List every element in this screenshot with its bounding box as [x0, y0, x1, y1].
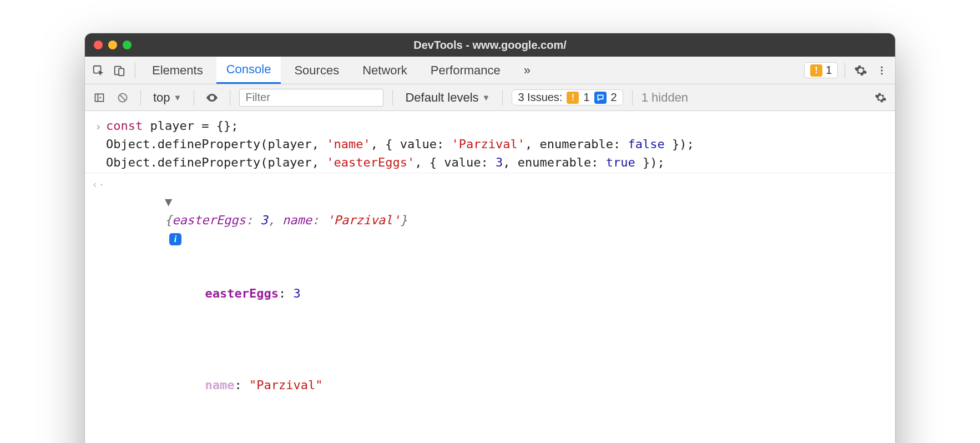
log-levels-label: Default levels [405, 90, 478, 105]
svg-point-5 [881, 73, 882, 74]
warnings-badge[interactable]: ! 1 [804, 62, 838, 78]
console-output: › const player = {}; Object.defineProper… [85, 111, 895, 443]
execution-context-selector[interactable]: top ▼ [150, 90, 185, 105]
divider [135, 63, 135, 78]
settings-gear-icon[interactable] [852, 62, 870, 79]
titlebar: DevTools - www.google.com/ [85, 33, 895, 57]
divider [632, 90, 633, 105]
svg-rect-6 [95, 94, 104, 101]
warnings-count: 1 [826, 64, 832, 77]
tabs-overflow-button[interactable]: » [514, 57, 540, 84]
tab-performance[interactable]: Performance [421, 57, 511, 84]
warning-icon: ! [567, 92, 579, 104]
live-expression-eye-icon[interactable] [203, 89, 221, 107]
divider [845, 63, 845, 78]
close-window-button[interactable] [94, 41, 103, 49]
input-prompt-icon: › [90, 117, 106, 172]
hidden-messages-label[interactable]: 1 hidden [641, 90, 688, 105]
console-toolbar: top ▼ Default levels ▼ 3 Issues: ! 1 2 1… [85, 84, 895, 111]
result-indicator-icon: ‹· [90, 174, 106, 443]
minimize-window-button[interactable] [108, 41, 117, 49]
object-info-icon[interactable]: i [169, 233, 181, 245]
expand-toggle-icon[interactable]: ▼ [165, 193, 176, 211]
more-menu-icon[interactable] [873, 62, 891, 79]
maximize-window-button[interactable] [123, 41, 132, 49]
divider [502, 90, 503, 105]
issues-label: 3 Issues: [518, 91, 562, 104]
object-property: name: "Parzival" [106, 358, 887, 412]
window-title: DevTools - www.google.com/ [85, 39, 895, 52]
tab-network[interactable]: Network [352, 57, 417, 84]
divider [230, 90, 230, 105]
console-input-row: › const player = {}; Object.defineProper… [85, 115, 895, 173]
property-value: 3 [293, 286, 300, 300]
issues-warning-count: 1 [583, 91, 589, 104]
console-settings-gear-icon[interactable] [872, 89, 890, 107]
issues-info-count: 2 [611, 91, 617, 104]
toggle-sidebar-icon[interactable] [90, 89, 108, 107]
tab-elements[interactable]: Elements [142, 57, 213, 84]
object-property: easterEggs: 3 [106, 266, 887, 321]
device-toolbar-icon[interactable] [110, 62, 128, 79]
svg-rect-2 [119, 68, 124, 75]
inspect-element-icon[interactable] [89, 62, 107, 79]
object-summary: {easterEggs: 3, name: 'Parzival'} [165, 213, 407, 227]
clear-console-icon[interactable] [114, 89, 132, 107]
warning-icon: ! [810, 64, 822, 77]
issues-button[interactable]: 3 Issues: ! 1 2 [512, 89, 623, 105]
property-key: easterEggs [205, 286, 278, 300]
property-value: "Parzival" [249, 378, 322, 392]
filter-input[interactable] [239, 89, 383, 107]
console-input-code[interactable]: const player = {}; Object.defineProperty… [106, 117, 887, 172]
devtools-window: DevTools - www.google.com/ Elements Cons… [85, 33, 895, 443]
main-tabbar: Elements Console Sources Network Perform… [85, 57, 895, 84]
execution-context-label: top [153, 90, 170, 105]
console-result[interactable]: ▼ {easterEggs: 3, name: 'Parzival'} i ea… [106, 174, 887, 443]
chevron-down-icon: ▼ [482, 93, 491, 102]
svg-point-3 [881, 66, 882, 68]
divider [194, 90, 194, 105]
traffic-lights [85, 41, 132, 49]
chevron-down-icon: ▼ [174, 93, 182, 102]
svg-point-4 [881, 69, 882, 71]
tab-sources[interactable]: Sources [284, 57, 349, 84]
info-issue-icon [594, 92, 607, 104]
divider [140, 90, 141, 105]
tab-console[interactable]: Console [216, 57, 281, 84]
log-levels-selector[interactable]: Default levels ▼ [402, 90, 493, 105]
console-result-row: ‹· ▼ {easterEggs: 3, name: 'Parzival'} i… [85, 173, 895, 443]
divider [392, 90, 393, 105]
property-key: name [205, 378, 234, 392]
